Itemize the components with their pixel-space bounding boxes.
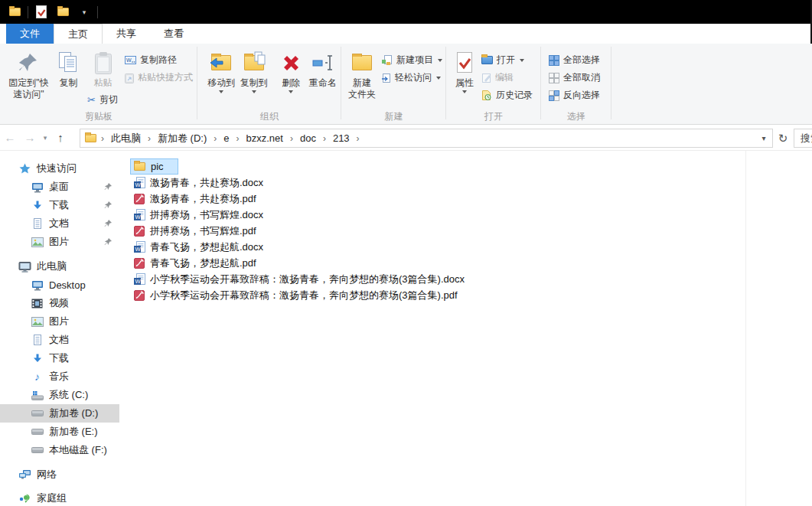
search-input[interactable]	[794, 129, 812, 147]
recent-locations-chevron[interactable]: ▾	[40, 134, 51, 142]
sidebar-item-downloads-qa[interactable]: 下载	[0, 196, 119, 214]
sidebar-item-drive-d[interactable]: 新加卷 (D:)	[0, 404, 119, 423]
file-row[interactable]: W 激扬青春，共赴赛场.docx	[130, 175, 266, 191]
pin-to-quick-access-button[interactable]: 固定到"快 速访问"	[5, 47, 53, 112]
breadcrumb-this-pc[interactable]: 此电脑	[106, 132, 146, 145]
sidebar-item-desktop-qa[interactable]: 桌面	[0, 178, 119, 196]
up-button[interactable]: ↑	[51, 131, 70, 144]
cut-button[interactable]: ✂ 剪切	[84, 91, 122, 109]
desktop-icon	[31, 279, 44, 291]
file-row[interactable]: 拼搏赛场，书写辉煌.pdf	[130, 223, 259, 239]
ribbon-home: 固定到"快 速访问" 复制	[0, 44, 812, 125]
properties-button[interactable]: 属性	[451, 47, 478, 112]
copy-to-icon	[244, 48, 264, 77]
edit-button[interactable]: 编辑	[478, 69, 536, 87]
picture-icon	[31, 317, 44, 327]
pdf-file-icon	[132, 226, 145, 237]
move-to-icon	[211, 48, 231, 77]
file-row[interactable]: W 青春飞扬，梦想起航.docx	[130, 239, 266, 255]
file-row[interactable]: 小学秋季运动会开幕致辞稿：激扬青春，奔向梦想的赛场(3篇合集).pdf	[130, 287, 460, 303]
refresh-icon: ↻	[778, 132, 788, 145]
breadcrumb-bzxz[interactable]: bzxz.net	[241, 132, 289, 144]
dropdown-caret	[436, 77, 441, 80]
sidebar-item-drive-e[interactable]: 新加卷 (E:)	[0, 423, 119, 441]
file-row[interactable]: W 拼搏赛场，书写辉煌.docx	[130, 207, 266, 223]
paste-shortcut-button[interactable]: 粘贴快捷方式	[122, 69, 196, 87]
system-drive-icon	[31, 390, 44, 400]
address-dropdown-chevron[interactable]: ▾	[755, 134, 772, 142]
breadcrumb-drive-d[interactable]: 新加卷 (D:)	[152, 132, 212, 145]
dropdown-caret	[219, 90, 223, 93]
music-note-icon: ♪	[31, 371, 44, 383]
invert-selection-button[interactable]: 反向选择	[546, 87, 603, 104]
file-row-folder-pic[interactable]: pic	[130, 158, 178, 175]
sidebar-item-drive-f[interactable]: 本地磁盘 (F:)	[0, 441, 119, 459]
sidebar-item-network[interactable]: 网络	[0, 465, 119, 484]
navigation-pane: 快速访问 桌面 下载	[0, 151, 119, 506]
qat-new-folder-button[interactable]	[54, 3, 71, 21]
paste-button[interactable]: 粘贴	[84, 47, 122, 90]
sidebar-item-homegroup[interactable]: 家庭组	[0, 489, 119, 506]
ribbon-tabs: 文件 主页 共享 查看	[0, 24, 812, 44]
delete-button[interactable]: 删除	[276, 47, 306, 112]
ribbon-group-organize: 移动到 复制到	[197, 44, 341, 124]
sidebar-item-this-pc[interactable]: 此电脑	[0, 257, 119, 276]
sidebar-item-documents-qa[interactable]: 文档	[0, 214, 119, 233]
title-bar: ▾	[0, 0, 812, 24]
address-bar[interactable]: › 此电脑 › 新加卷 (D:) › e › bzxz.net › doc › …	[80, 129, 773, 148]
tab-view[interactable]: 查看	[150, 24, 197, 44]
network-icon	[18, 469, 31, 480]
forward-button[interactable]: →	[20, 131, 40, 144]
select-none-button[interactable]: 全部取消	[546, 69, 603, 87]
history-button[interactable]: 历史记录	[478, 87, 536, 104]
qat-folder-button[interactable]	[6, 3, 23, 21]
sidebar-item-documents[interactable]: 文档	[0, 331, 119, 349]
sidebar-item-music[interactable]: ♪ 音乐	[0, 367, 119, 386]
copy-path-button[interactable]: W 复制路径	[122, 51, 196, 69]
tab-home[interactable]: 主页	[54, 24, 103, 44]
breadcrumb-e[interactable]: e	[218, 132, 234, 144]
ribbon-group-new: 新建 文件夹 新建项目	[341, 44, 446, 124]
sidebar-item-videos[interactable]: 视频	[0, 294, 119, 312]
select-all-icon	[549, 55, 559, 66]
qat-customize-button[interactable]: ▾	[76, 3, 93, 21]
select-all-button[interactable]: 全部选择	[546, 51, 603, 69]
file-list: pic W 激扬青春，共赴赛场.docx 激扬青春，共赴赛场.pdf W 拼搏赛…	[130, 158, 467, 303]
move-to-button[interactable]: 移动到	[205, 47, 237, 112]
qat-properties-button[interactable]	[33, 3, 50, 21]
sidebar-item-pictures-qa[interactable]: 图片	[0, 233, 119, 251]
document-icon	[31, 335, 44, 346]
location-folder-icon	[85, 134, 96, 142]
search-box[interactable]	[794, 129, 812, 148]
easy-access-button[interactable]: 轻松访问	[378, 69, 445, 87]
open-button[interactable]: 打开	[478, 51, 536, 69]
sidebar-item-pictures[interactable]: 图片	[0, 312, 119, 331]
copy-to-button[interactable]: 复制到	[237, 47, 269, 112]
sidebar-item-downloads[interactable]: 下载	[0, 349, 119, 367]
refresh-button[interactable]: ↻	[774, 129, 791, 148]
rename-button[interactable]: 重命名	[306, 47, 340, 112]
breadcrumb-separator: ›	[355, 133, 361, 144]
download-icon	[31, 354, 44, 364]
word-file-icon: W	[132, 177, 145, 189]
breadcrumb-separator: ›	[212, 133, 218, 144]
group-label-select: 选择	[541, 110, 611, 123]
new-item-button[interactable]: 新建项目	[378, 51, 445, 69]
group-label-clipboard: 剪贴板	[0, 110, 197, 123]
sidebar-item-quick-access[interactable]: 快速访问	[0, 159, 119, 178]
file-row[interactable]: 激扬青春，共赴赛场.pdf	[130, 191, 259, 207]
sidebar-item-drive-c[interactable]: 系统 (C:)	[0, 386, 119, 404]
edit-icon	[481, 73, 491, 83]
copy-button[interactable]: 复制	[53, 47, 84, 112]
file-row[interactable]: 青春飞扬，梦想起航.pdf	[130, 255, 259, 271]
tab-share[interactable]: 共享	[103, 24, 150, 44]
back-button[interactable]: ←	[0, 131, 20, 144]
tab-file[interactable]: 文件	[6, 24, 54, 44]
ribbon-group-open: 属性 打开 编辑	[446, 44, 541, 124]
breadcrumb-213[interactable]: 213	[328, 132, 355, 144]
file-row[interactable]: W 小学秋季运动会开幕致辞稿：激扬青春，奔向梦想的赛场(3篇合集).docx	[130, 271, 467, 287]
breadcrumb-separator: ›	[99, 133, 106, 144]
sidebar-item-desktop[interactable]: Desktop	[0, 276, 119, 294]
breadcrumb-doc[interactable]: doc	[295, 132, 321, 144]
new-folder-button[interactable]: 新建 文件夹	[346, 47, 378, 112]
